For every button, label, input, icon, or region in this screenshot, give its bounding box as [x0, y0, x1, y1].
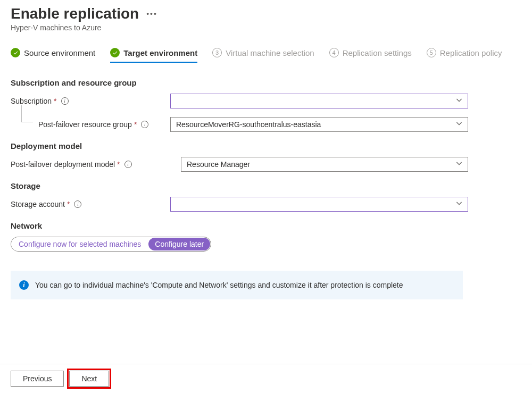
info-icon[interactable]: i [61, 97, 69, 105]
configure-later-option[interactable]: Configure later [148, 238, 210, 250]
post-failover-deploy-model-label: Post-failover deployment model [11, 160, 115, 169]
network-configure-toggle[interactable]: Configure now for selected machines Conf… [11, 237, 211, 252]
chevron-down-icon [456, 97, 462, 105]
step-source-environment[interactable]: Source environment [11, 48, 95, 63]
wizard-footer: Previous Next [0, 364, 532, 393]
step-label: Source environment [24, 48, 95, 57]
field-storage-account: Storage account * i [11, 197, 521, 212]
required-asterisk: * [117, 160, 120, 169]
step-replication-policy[interactable]: 5 Replication policy [427, 48, 502, 63]
post-failover-rg-select[interactable]: ResourceMoverRG-southcentralus-eastasia [170, 117, 468, 132]
subscription-label: Subscription [11, 97, 52, 105]
subscription-select[interactable] [170, 94, 468, 108]
next-button[interactable]: Next [69, 371, 109, 387]
step-number-icon: 4 [329, 48, 339, 57]
required-asterisk: * [134, 120, 137, 129]
step-label: Target environment [123, 48, 197, 57]
page-title: Enable replication [11, 5, 139, 22]
check-icon [110, 48, 120, 57]
field-post-failover-rg: Post-failover resource group * i Resourc… [11, 117, 521, 132]
field-post-failover-deploy-model: Post-failover deployment model * i Resou… [11, 157, 521, 172]
info-icon[interactable]: i [141, 121, 148, 128]
previous-button[interactable]: Previous [11, 371, 64, 387]
info-icon[interactable]: i [124, 161, 132, 168]
configure-now-option[interactable]: Configure now for selected machines [11, 237, 148, 251]
post-failover-deploy-model-select[interactable]: Resource Manager [181, 157, 468, 172]
info-icon: i [19, 280, 29, 290]
section-network: Network [11, 221, 521, 230]
post-failover-deploy-model-value: Resource Manager [187, 160, 250, 169]
chevron-down-icon [456, 200, 462, 208]
step-label: Replication policy [440, 48, 502, 57]
info-icon[interactable]: i [74, 200, 81, 208]
step-target-environment[interactable]: Target environment [110, 48, 197, 63]
indent-line [21, 105, 33, 122]
post-failover-rg-value: ResourceMoverRG-southcentralus-eastasia [176, 120, 321, 129]
check-icon [11, 48, 20, 57]
page-subtitle: Hyper-V machines to Azure [11, 23, 521, 32]
step-label: Replication settings [343, 48, 412, 57]
page-header: Enable replication ••• Hyper-V machines … [0, 0, 532, 32]
section-subscription-rg: Subscription and resource group [11, 78, 521, 87]
form-content: Subscription and resource group Subscrip… [0, 63, 532, 299]
storage-account-select[interactable] [170, 197, 468, 212]
step-number-icon: 5 [427, 48, 436, 57]
info-banner: i You can go to individual machine's 'Co… [11, 271, 463, 299]
required-asterisk: * [54, 97, 56, 105]
section-deployment-model: Deployment model [11, 141, 521, 150]
step-label: Virtual machine selection [226, 48, 314, 57]
info-banner-text: You can go to individual machine's 'Comp… [35, 281, 403, 289]
post-failover-rg-label: Post-failover resource group [38, 120, 132, 129]
step-replication-settings[interactable]: 4 Replication settings [329, 48, 412, 63]
field-subscription: Subscription * i [11, 94, 521, 108]
wizard-steps: Source environment Target environment 3 … [0, 32, 532, 63]
required-asterisk: * [67, 200, 70, 208]
step-vm-selection[interactable]: 3 Virtual machine selection [212, 48, 314, 63]
section-storage: Storage [11, 181, 521, 190]
chevron-down-icon [456, 120, 462, 129]
storage-account-label: Storage account [11, 200, 65, 208]
step-number-icon: 3 [212, 48, 222, 57]
more-icon[interactable]: ••• [146, 10, 157, 18]
chevron-down-icon [456, 160, 462, 169]
